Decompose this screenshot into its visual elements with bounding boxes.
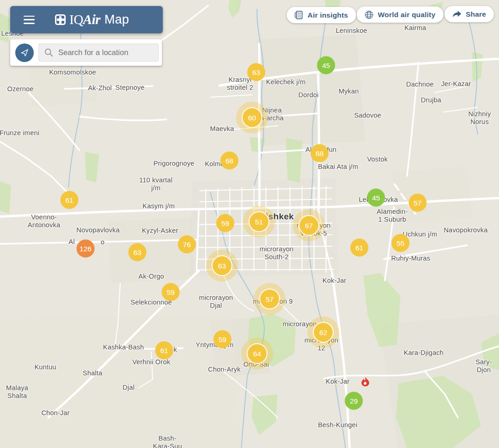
aqi-value: 51 [255, 218, 263, 226]
fire-event-icon[interactable] [361, 376, 370, 389]
aqi-marker[interactable]: 61 [61, 191, 79, 209]
aqi-marker[interactable]: 45 [317, 56, 335, 75]
app-header: IQAir Map [10, 6, 163, 33]
aqi-value: 64 [253, 349, 261, 358]
aqi-value: 57 [413, 199, 421, 207]
aqi-value: 61 [65, 196, 73, 204]
aqi-marker[interactable]: 126 [77, 240, 95, 258]
aqi-value: 61 [160, 346, 168, 355]
aqi-value: 61 [355, 243, 363, 252]
aqi-marker[interactable]: 59 [216, 214, 234, 232]
share-button[interactable]: Share [444, 6, 494, 22]
aqi-marker[interactable]: 62 [313, 322, 334, 343]
globe-icon [364, 10, 374, 19]
map-markers-layer: 6345606868614557595167761266361556359576… [0, 0, 499, 448]
aqi-marker[interactable]: 61 [155, 342, 173, 360]
aqi-marker[interactable]: 55 [392, 234, 410, 252]
aqi-value: 45 [372, 193, 380, 202]
aqi-marker[interactable]: 59 [162, 283, 180, 301]
iqair-map-app: LesnoeKomsomolskoeOzernoeAk-ZholStepnoye… [0, 0, 499, 448]
air-insights-button[interactable]: Air insights [287, 7, 356, 23]
aqi-value: 59 [218, 335, 226, 343]
aqi-marker[interactable]: 51 [249, 212, 270, 232]
share-icon [452, 10, 462, 19]
aqi-marker[interactable]: 57 [409, 194, 427, 212]
aqi-marker[interactable]: 60 [242, 107, 263, 128]
search-icon [44, 48, 53, 57]
logo-text-iq: IQ [69, 12, 83, 27]
aqi-value: 63 [133, 248, 141, 256]
aqi-marker[interactable]: 64 [247, 343, 268, 364]
aqi-marker[interactable]: 57 [259, 289, 280, 310]
air-insights-label: Air insights [308, 11, 348, 19]
aqi-value: 55 [396, 239, 404, 247]
aqi-marker[interactable]: 63 [129, 243, 147, 261]
aqi-marker[interactable]: 76 [178, 236, 196, 254]
hamburger-menu-icon[interactable] [24, 16, 35, 24]
world-air-quality-button[interactable]: World air quality [357, 6, 444, 23]
aqi-marker[interactable]: 67 [299, 215, 320, 236]
aqi-value: 68 [225, 156, 233, 165]
aqi-value: 45 [322, 61, 330, 69]
iqair-logo[interactable]: IQAir Map [55, 12, 129, 27]
aqi-marker[interactable]: 59 [214, 330, 232, 348]
aqi-value: 76 [183, 240, 191, 249]
aqi-marker[interactable]: 68 [221, 152, 239, 170]
aqi-marker[interactable]: 63 [247, 63, 265, 81]
aqi-value: 63 [252, 68, 260, 76]
aqi-value: 126 [80, 244, 92, 253]
aqi-value: 60 [248, 113, 256, 122]
aqi-marker[interactable]: 29 [345, 392, 363, 410]
aqi-value: 59 [166, 288, 174, 296]
air-insights-icon [295, 11, 303, 19]
aqi-value: 57 [265, 295, 273, 303]
search-field[interactable] [38, 44, 159, 62]
aqi-marker[interactable]: 61 [351, 239, 369, 257]
navigation-arrow-icon [20, 48, 29, 57]
geolocate-button[interactable] [15, 44, 34, 62]
iqair-plus-icon [55, 14, 66, 25]
aqi-value: 62 [319, 328, 327, 336]
aqi-value: 63 [218, 261, 226, 270]
aqi-value: 68 [315, 149, 323, 157]
aqi-value: 67 [305, 221, 313, 230]
share-label: Share [466, 10, 486, 19]
aqi-marker[interactable]: 68 [311, 144, 329, 162]
logo-text-air: Air [83, 12, 100, 27]
aqi-marker[interactable]: 45 [367, 189, 385, 207]
search-input[interactable] [57, 48, 152, 57]
search-card [10, 39, 162, 66]
aqi-marker[interactable]: 63 [212, 255, 233, 276]
aqi-value: 59 [221, 219, 229, 227]
world-air-quality-label: World air quality [378, 11, 436, 19]
aqi-value: 29 [350, 397, 357, 405]
logo-text-map: Map [105, 12, 129, 27]
